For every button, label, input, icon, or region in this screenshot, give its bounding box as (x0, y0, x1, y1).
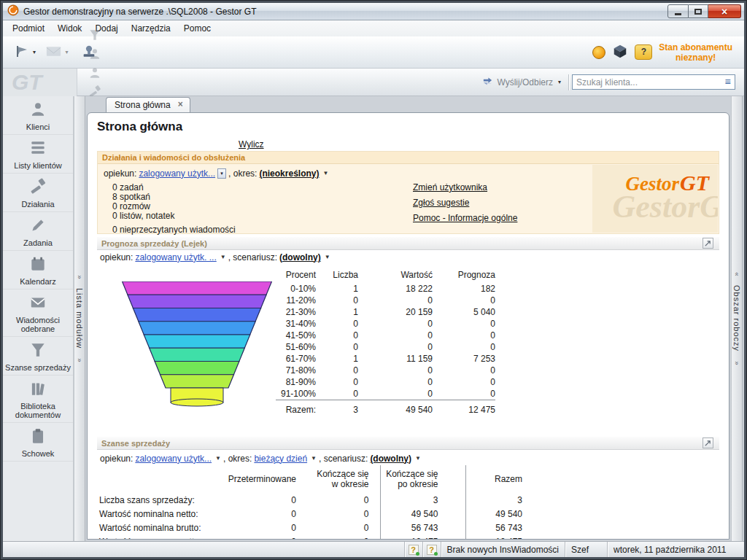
forecast-table: ProcentLiczbaWartośćPrognoza0-10%118 222… (276, 268, 495, 417)
table-row: Wartość szacowana netto:0012 47512 475 (99, 534, 549, 539)
menu-item[interactable]: Pomoc (177, 21, 217, 36)
opiekun-dropdown[interactable]: zalogowany użytk. ... (135, 252, 216, 262)
coin-icon[interactable] (592, 46, 605, 59)
email-button[interactable]: ▾ (42, 40, 71, 65)
action-link[interactable]: Zgłoś sugestie (413, 198, 469, 208)
chevron-icon: « (733, 273, 740, 276)
action-link[interactable]: Pomoc - Informacje ogólne (413, 213, 517, 223)
tab-home[interactable]: Strona główna × (106, 97, 190, 112)
scenariusz-dropdown[interactable]: (dowolny) (370, 454, 411, 464)
table-row: 31-40%000 (276, 318, 495, 330)
table-row: 81-90%000 (276, 376, 495, 388)
clients-icon[interactable] (85, 44, 105, 63)
chevron-down-icon: ▼ (415, 455, 421, 462)
opiekun-dropdown[interactable]: zalogowany użytk... (139, 168, 215, 179)
inbox-icon (28, 293, 47, 314)
status-date: wtorek, 11 października 2011 (607, 542, 744, 557)
sidebar-item[interactable]: Kalendarz (3, 251, 73, 289)
subscription-status: Stan abonamentu nieznany! (659, 42, 737, 63)
module-list-splitter[interactable]: » Lista modułów » (74, 96, 85, 541)
okres-dropdown[interactable]: (nieokreślony) (259, 168, 319, 179)
chevron-down-icon: ▼ (215, 455, 221, 462)
sidebar-item[interactable]: Szanse sprzedaży (3, 337, 73, 376)
chevron-down-icon: ▾ (558, 79, 561, 85)
gt-watermark: GT (12, 70, 42, 95)
flag-icon (14, 44, 30, 61)
sidebar-item[interactable]: Biblioteka dokumentów (3, 376, 73, 423)
gestor-logo: GestorGT GestorGT (592, 165, 718, 233)
table-row: 21-30%120 1595 040 (276, 306, 495, 318)
sidebar-item[interactable]: Wiadomości odebrane (3, 289, 73, 337)
sales-section-title: Szanse sprzedaży (101, 439, 170, 448)
titlebar[interactable]: Gestor demonstracyjny na serwerze .\SQL2… (3, 3, 744, 20)
maximize-button[interactable] (689, 4, 708, 18)
column-header: Razem (465, 465, 549, 493)
sidebar-item[interactable]: Zadania (3, 212, 73, 251)
page-title: Strona główna (97, 113, 719, 134)
activities-section: Działania i wiadomości do obsłużenia opi… (97, 151, 719, 234)
sidebar-item[interactable]: Działania (3, 174, 73, 212)
send-receive-button[interactable]: Wyślij/Odbierz ▾ (478, 74, 565, 91)
app-window: Gestor demonstracyjny na serwerze .\SQL2… (0, 0, 747, 560)
table-row: 41-50%000 (276, 330, 495, 341)
opiekun-dropdown[interactable]: zalogowany użytk... (135, 454, 212, 464)
activities-section-title: Działania i wiadomości do obsłużenia (98, 152, 719, 164)
column-header: Prognoza (433, 268, 495, 283)
cube-icon[interactable] (612, 43, 628, 61)
menu-item[interactable]: Narzędzia (125, 21, 177, 36)
collapse-section-button[interactable] (703, 238, 713, 249)
column-header: Kończące się w okresie (298, 465, 380, 493)
search-input[interactable] (572, 74, 735, 90)
table-header-row: PrzeterminowaneKończące się w okresieKoń… (99, 465, 549, 493)
tab-close-icon[interactable]: × (178, 100, 183, 112)
clients-icon[interactable] (85, 63, 105, 82)
help-icon[interactable]: ? (635, 44, 652, 60)
home-page-card: Strona główna Wylicz Działania i wiadomo… (87, 112, 729, 540)
table-row: Wartość nominalna brutto:0056 74356 743 (99, 521, 549, 534)
chevron-icon: » (76, 358, 83, 362)
chevron-down-icon: ▾ (33, 49, 36, 55)
funnel-chart (119, 281, 276, 411)
clipboard-icon (28, 427, 47, 448)
minimize-button[interactable] (667, 4, 689, 18)
sidebar-item[interactable]: Klienci (3, 96, 73, 135)
envelope-icon (45, 44, 62, 60)
chevron-down-icon: ▼ (325, 254, 330, 260)
sales-funnel-icon[interactable] (85, 26, 105, 44)
table-row: 61-70%111 1597 253 (276, 353, 495, 365)
chevron-down-icon: ▼ (311, 455, 317, 462)
window-title: Gestor demonstracyjny na serwerze .\SQL2… (23, 7, 256, 17)
sidebar-item[interactable]: Listy klientów (3, 135, 73, 174)
filter-row: opiekun: zalogowany użytk. ... ▼ , scena… (97, 250, 719, 262)
workspace-splitter[interactable]: « Obszar roboczy » (731, 96, 743, 541)
column-header: Przeterminowane (209, 465, 298, 493)
table-header-row: ProcentLiczbaWartośćPrognoza (276, 268, 495, 283)
menu-item[interactable]: Widok (51, 21, 88, 36)
module-list-strip-label: Lista modułów (75, 288, 84, 349)
menu-item[interactable]: Podmiot (6, 21, 51, 36)
filter-row: opiekun: zalogowany użytk... ▼ , okres: … (97, 451, 719, 464)
chevron-down-icon[interactable]: ▾ (217, 168, 226, 179)
column-header (99, 465, 209, 493)
sync-arrows-icon (482, 76, 493, 89)
secondary-toolbar: Wyślij/Odbierz ▾ ≡ (77, 69, 744, 96)
help-indicator-icon[interactable]: ? (422, 542, 441, 557)
main-toolbar: ▾ ▾ ? Stan abonamentu nieznany! (3, 36, 744, 69)
statusbar: ? ? Brak nowych InsWiadomości Szef wtore… (3, 541, 744, 557)
collapse-section-button[interactable] (703, 438, 713, 448)
module-sidebar: KlienciListy klientówDziałaniaZadaniaKal… (3, 96, 74, 541)
scenariusz-dropdown[interactable]: (dowolny) (279, 252, 321, 262)
sidebar-item[interactable]: Schowek (3, 423, 73, 462)
quick-action-button[interactable]: ▾ (10, 40, 39, 65)
workspace-strip-label: Obszar roboczy (732, 285, 741, 351)
sales-section: Szanse sprzedaży opiekun: zalogowany uży… (97, 437, 719, 539)
action-link[interactable]: Zmień użytkownika (413, 182, 487, 192)
client-lists-icon (28, 139, 47, 160)
tab-bar: Strona główna × (87, 96, 729, 112)
status-user: Szef (565, 542, 607, 557)
client-list-icon[interactable]: ≡ (721, 76, 734, 88)
wylicz-link[interactable]: Wylicz (239, 139, 264, 149)
close-button[interactable]: × (708, 4, 741, 18)
okres-dropdown[interactable]: bieżący dzień (254, 454, 307, 464)
help-indicator-icon[interactable]: ? (404, 542, 422, 557)
